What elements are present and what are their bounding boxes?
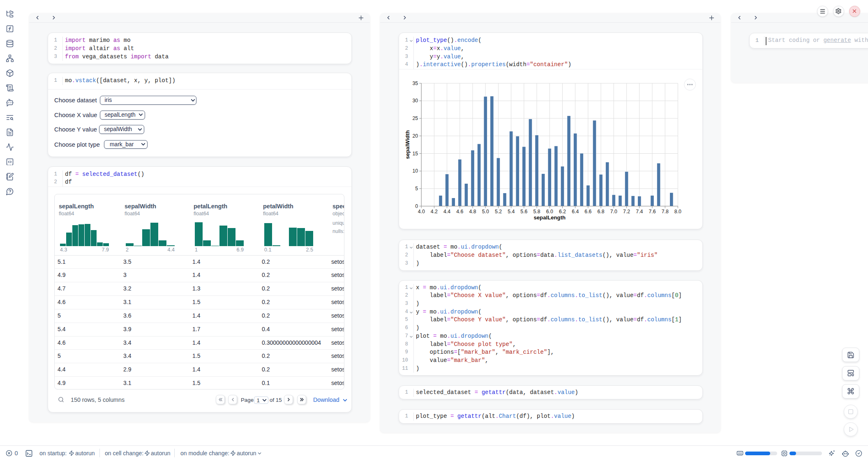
svg-text:6.0: 6.0 [546,209,553,214]
svg-text:4.4: 4.4 [443,209,450,214]
svg-text:20: 20 [413,133,418,139]
svg-text:5.0: 5.0 [482,209,489,214]
svg-text:4.8: 4.8 [469,209,476,214]
svg-text:6.2: 6.2 [559,209,566,214]
svg-text:7.2: 7.2 [623,209,630,214]
svg-text:35: 35 [413,81,418,86]
svg-text:7.4: 7.4 [636,209,643,214]
svg-text:4.2: 4.2 [431,209,438,214]
svg-text:5.4: 5.4 [508,209,515,214]
svg-text:10: 10 [413,168,418,174]
svg-text:7.8: 7.8 [662,209,669,214]
svg-text:25: 25 [413,115,418,121]
svg-text:sepalLength: sepalLength [533,214,566,221]
svg-text:5: 5 [415,186,418,191]
svg-text:sepalWidth: sepalWidth [404,130,411,159]
svg-text:4.0: 4.0 [418,209,425,214]
svg-text:7.0: 7.0 [610,209,617,214]
svg-text:5.2: 5.2 [495,209,502,214]
svg-text:6.6: 6.6 [584,209,591,214]
svg-text:5.6: 5.6 [520,209,527,214]
svg-text:6.8: 6.8 [598,209,605,214]
svg-text:7.6: 7.6 [649,209,656,214]
svg-text:30: 30 [413,98,418,104]
svg-text:4.6: 4.6 [456,209,463,214]
svg-text:15: 15 [413,151,418,157]
svg-text:6.4: 6.4 [572,209,579,214]
svg-text:5.8: 5.8 [533,209,540,214]
svg-text:8.0: 8.0 [674,209,681,214]
svg-text:0: 0 [415,203,418,209]
